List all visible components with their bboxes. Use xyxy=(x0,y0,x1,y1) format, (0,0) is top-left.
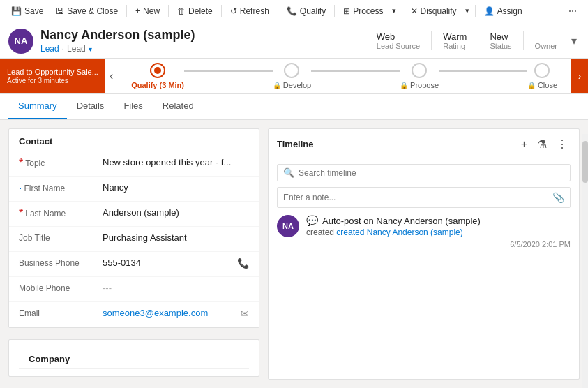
entry-subtitle: created created Nancy Anderson (sample) xyxy=(306,227,571,237)
save-button[interactable]: 💾 Save xyxy=(6,3,49,19)
company-section-title: Company xyxy=(19,347,249,369)
field-email: Email someone3@example.com ✉ xyxy=(9,302,259,327)
process-dropdown-button[interactable]: ▾ xyxy=(389,3,399,18)
field-rating-value: Warm xyxy=(443,31,467,42)
header-field-status: New Status xyxy=(478,31,523,50)
disqualify-icon: ✕ xyxy=(411,6,418,16)
field-status-label: Status xyxy=(490,42,511,50)
stage-promo-banner[interactable]: Lead to Opportunity Sale... Active for 3… xyxy=(0,59,105,93)
timeline-entry-0: NA 💬 Auto-post on Nancy Anderson (sample… xyxy=(277,215,571,248)
label-jobtitle: Job Title xyxy=(19,232,103,243)
refresh-button[interactable]: ↺ Refresh xyxy=(225,3,275,19)
label-lastname: * Last Name xyxy=(19,207,103,219)
label-topic: * Topic xyxy=(19,157,103,169)
timeline-entries: NA 💬 Auto-post on Nancy Anderson (sample… xyxy=(269,208,579,379)
phone-action-icon[interactable]: 📞 xyxy=(237,258,249,269)
field-jobtitle: Job Title Purchasing Assistant xyxy=(9,227,259,252)
contact-section-title: Contact xyxy=(9,129,259,151)
stage-label-close: 🔒 Close xyxy=(527,81,557,89)
close-lock-icon: 🔒 xyxy=(527,82,536,89)
subtitle-lead-link[interactable]: Lead xyxy=(40,44,59,54)
assign-button[interactable]: 👤 Assign xyxy=(478,3,528,19)
disqualify-dropdown-button[interactable]: ▾ xyxy=(462,3,472,18)
timeline-add-button[interactable]: + xyxy=(518,136,530,152)
value-mobilephone[interactable]: --- xyxy=(103,283,249,293)
delete-button[interactable]: 🗑 Delete xyxy=(172,3,218,19)
tab-related[interactable]: Related xyxy=(153,94,204,119)
value-firstname[interactable]: Nancy xyxy=(103,182,249,193)
stage-promo-content: Lead to Opportunity Sale... Active for 3… xyxy=(7,67,98,84)
stage-line-3 xyxy=(439,70,527,72)
develop-lock-icon: 🔒 xyxy=(273,82,281,89)
entry-title: Auto-post on Nancy Anderson (sample) xyxy=(322,216,481,226)
qualify-button[interactable]: 📞 Qualify xyxy=(281,3,331,19)
stage-label-propose: 🔒 Propose xyxy=(400,81,439,89)
tab-details[interactable]: Details xyxy=(67,94,114,119)
timeline-filter-button[interactable]: ⚗ xyxy=(534,136,550,152)
entry-record-link[interactable]: created Nancy Anderson (sample) xyxy=(336,227,462,237)
timeline-note-input[interactable] xyxy=(283,193,552,202)
divider-4 xyxy=(278,5,278,17)
new-button[interactable]: + New xyxy=(130,3,165,19)
header-fields: Web Lead Source Warm Rating New Status O… xyxy=(365,31,580,50)
divider-3 xyxy=(221,5,222,17)
topic-required-dot: * xyxy=(19,158,23,169)
stage-step-develop[interactable]: 🔒 Develop xyxy=(273,63,311,89)
email-action-icon[interactable]: ✉ xyxy=(241,308,249,319)
new-icon: + xyxy=(135,6,140,16)
label-mobilephone: Mobile Phone xyxy=(19,283,103,293)
stage-line-1 xyxy=(184,70,273,72)
process-button[interactable]: ⊞ Process xyxy=(338,3,389,19)
field-owner-value xyxy=(535,31,556,42)
timeline-more-button[interactable]: ⋮ xyxy=(554,136,571,152)
timeline-actions: + ⚗ ⋮ xyxy=(518,136,571,152)
header-expand-button[interactable]: ▾ xyxy=(568,31,580,50)
field-rating-label: Rating xyxy=(443,42,465,50)
divider-5 xyxy=(334,5,335,17)
record-info: Nancy Anderson (sample) Lead · Lead ▾ xyxy=(40,28,195,54)
value-jobtitle[interactable]: Purchasing Assistant xyxy=(103,232,249,243)
value-lastname[interactable]: Anderson (sample) xyxy=(103,207,249,218)
timeline-search-input[interactable] xyxy=(299,168,564,178)
record-title: Nancy Anderson (sample) xyxy=(40,28,195,43)
process-icon: ⊞ xyxy=(343,6,350,16)
save-icon: 💾 xyxy=(11,6,22,16)
propose-lock-icon: 🔒 xyxy=(400,82,408,89)
stage-nav-prev-button[interactable]: ‹ xyxy=(105,59,117,93)
timeline-title: Timeline xyxy=(277,139,518,149)
label-firstname: · First Name xyxy=(19,182,103,194)
stage-promo-title: Lead to Opportunity Sale... xyxy=(7,67,98,77)
subtitle-dropdown-icon[interactable]: ▾ xyxy=(89,45,92,53)
refresh-icon: ↺ xyxy=(230,6,237,16)
stage-line-2 xyxy=(311,70,400,72)
save-close-button[interactable]: 🖫 Save & Close xyxy=(50,3,123,19)
autopost-icon: 💬 xyxy=(306,215,318,226)
stage-nav-next-button[interactable]: › xyxy=(571,59,588,93)
attachment-icon[interactable]: 📎 xyxy=(552,192,564,203)
avatar: NA xyxy=(8,29,33,54)
value-topic[interactable]: New store opened this year - f... xyxy=(103,157,249,167)
timeline-search-container: 🔍 xyxy=(277,164,571,181)
stage-step-close[interactable]: 🔒 Close xyxy=(527,63,557,89)
entry-content: 💬 Auto-post on Nancy Anderson (sample) c… xyxy=(306,215,571,248)
field-mobilephone: Mobile Phone --- xyxy=(9,277,259,302)
qualify-icon: 📞 xyxy=(287,6,297,16)
value-email[interactable]: someone3@example.com xyxy=(103,308,241,318)
tab-files[interactable]: Files xyxy=(114,94,152,119)
stage-bar: Lead to Opportunity Sale... Active for 3… xyxy=(0,59,588,94)
tab-summary[interactable]: Summary xyxy=(8,94,67,119)
tab-bar: Summary Details Files Related xyxy=(0,94,588,120)
company-card: Company xyxy=(8,339,259,377)
main-content: Contact * Topic New store opened this ye… xyxy=(0,120,588,388)
stage-step-propose[interactable]: 🔒 Propose xyxy=(400,63,439,89)
more-icon: ⋯ xyxy=(568,6,577,16)
value-businessphone[interactable]: 555-0134 xyxy=(103,258,237,268)
disqualify-button[interactable]: ✕ Disqualify xyxy=(405,3,462,19)
record-subtitle: Lead · Lead ▾ xyxy=(40,44,195,54)
stage-step-qualify[interactable]: Qualify (3 Min) xyxy=(131,63,184,89)
stage-circle-qualify xyxy=(150,63,165,78)
header-field-source: Web Lead Source xyxy=(365,31,432,50)
delete-icon: 🗑 xyxy=(177,6,186,16)
more-options-button[interactable]: ⋯ xyxy=(563,3,582,19)
disqualify-group: ✕ Disqualify ▾ xyxy=(405,3,472,19)
